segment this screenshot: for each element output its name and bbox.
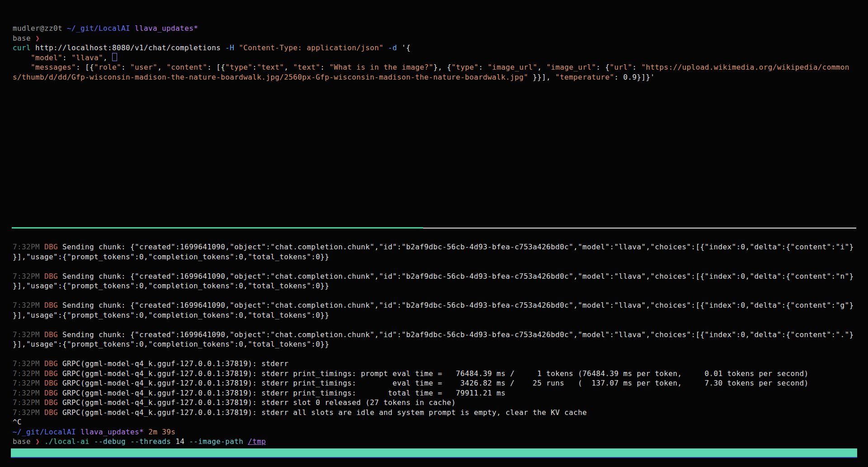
text-segment: : [62,53,71,62]
terminal-line: curl http://localhost:8080/v1/chat/compl… [13,43,866,53]
text-segment: "role" [94,63,121,71]
text-segment: ❯ [35,34,40,43]
text-segment: ^C [13,418,22,426]
terminal-line: 7:32PM DBG GRPC(ggml-model-q4_k.gguf-127… [13,378,866,388]
text-segment: Sending chunk: {"created":1699641090,"ob… [62,301,854,310]
text-segment [383,43,388,52]
text-segment: "temperature" [555,73,614,81]
text-segment: 7:32PM [13,330,44,339]
text-segment: , [103,53,112,62]
terminal-line: ^C [13,417,866,427]
text-segment: : [252,63,257,71]
terminal-line: "model": "llava", [13,53,866,63]
pane-divider-inactive-segment [423,228,856,229]
text-segment: "content" [166,63,207,71]
terminal-line: }],"usage":{"prompt_tokens":0,"completio… [13,252,866,262]
terminal-line: 7:32PM DBG GRPC(ggml-model-q4_k.gguf-127… [13,398,866,408]
text-segment [184,437,189,446]
terminal-line: 7:32PM DBG Sending chunk: {"created":169… [13,242,866,252]
text-segment: : [{ [76,63,94,71]
terminal-line [13,291,866,301]
text-segment: GRPC(ggml-model-q4_k.gguf-127.0.0.1:3781… [62,359,288,368]
text-segment: : { [596,63,610,71]
terminal-screen: mudler@zz0t ~/_git/LocalAI llava_updates… [0,0,868,467]
text-segment [90,437,94,446]
text-segment: GRPC(ggml-model-q4_k.gguf-127.0.0.1:3781… [62,408,587,417]
text-segment: : [632,63,642,71]
text-segment: DBG [44,330,62,339]
text-segment: ❯ [35,437,40,446]
text-segment: --threads [130,437,171,446]
text-segment: ~/_git/LocalAI [67,24,130,33]
text-segment: -d [388,43,397,52]
pane-divider-active-segment [12,227,423,229]
text-segment: , [538,63,547,71]
text-segment: "type" [451,63,478,71]
terminal-line: }],"usage":{"prompt_tokens":0,"completio… [13,310,866,320]
text-segment: DBG [44,301,62,310]
text-segment: curl [13,43,31,52]
text-segment: --debug [94,437,126,446]
text-segment: DBG [44,379,62,387]
text-segment: DBG [44,359,62,368]
terminal-line: ~/_git/LocalAI llava_updates* 2m 39s [13,427,866,437]
text-segment: "What is in the image?" [329,63,433,71]
text-segment: Sending chunk: {"created":1699641090,"ob… [62,272,854,281]
text-segment [243,437,248,446]
text-segment [126,437,130,446]
text-segment: "image_url" [547,63,596,71]
text-segment: GRPC(ggml-model-q4_k.gguf-127.0.0.1:3781… [62,398,456,407]
text-segment: "llava" [71,53,103,62]
text-segment: "messages" [31,63,76,71]
text-segment: : 0.9}]}' [614,73,655,81]
terminal-line: s/thumb/d/dd/Gfp-wisconsin-madison-the-n… [13,72,866,82]
terminal-line: 7:32PM DBG Sending chunk: {"created":169… [13,330,866,340]
text-segment: }],"usage":{"prompt_tokens":0,"completio… [13,253,329,261]
text-segment [144,428,148,436]
text-segment: , [284,63,293,71]
terminal-line: base ❯ [13,33,866,43]
text-segment: /tmp [248,437,266,446]
text-segment: '{ [397,43,410,52]
text-segment: "text" [257,63,284,71]
text-segment: DBG [44,369,62,378]
text-segment: "url" [610,63,632,71]
text-segment: }, { [433,63,451,71]
text-segment: "image_url" [487,63,537,71]
terminal-line: 7:32PM DBG GRPC(ggml-model-q4_k.gguf-127… [13,408,866,418]
tmux-window-list[interactable]: [0] <0:zsh 21:zsh 22:zsh 23:zsh 24:zsh 2… [29,457,857,458]
text-segment [13,53,31,62]
terminal-line: base ❯ ./local-ai --debug --threads 14 -… [13,437,866,447]
text-segment: Sending chunk: {"created":1699641090,"ob… [62,330,854,339]
text-segment: ~/_git/LocalAI [13,428,76,436]
text-segment [40,437,44,446]
text-segment: 14 [175,437,184,446]
text-segment: 2m 39s [148,428,175,436]
terminal-line: }],"usage":{"prompt_tokens":0,"completio… [13,339,866,349]
text-segment: 7:32PM [13,301,44,310]
terminal-line [13,349,866,359]
text-segment: 7:32PM [13,389,44,397]
text-segment: DBG [44,389,62,397]
terminal-pane-bottom[interactable]: 7:32PM DBG Sending chunk: {"created":169… [0,229,868,447]
text-segment: }}], [528,73,555,81]
text-segment: 7:32PM [13,408,44,417]
text-segment [76,428,80,436]
text-segment: "text" [293,63,320,71]
text-segment: "https://upload.wikimedia.org/wikipedia/… [642,63,849,71]
text-segment: base [13,34,35,43]
text-segment: : [478,63,487,71]
text-segment: DBG [44,272,62,281]
terminal-line [13,320,866,330]
text-segment: GRPC(ggml-model-q4_k.gguf-127.0.0.1:3781… [62,379,808,387]
terminal-pane-top[interactable]: mudler@zz0t ~/_git/LocalAI llava_updates… [0,0,868,227]
terminal-line: 7:32PM DBG Sending chunk: {"created":169… [13,300,866,310]
terminal-line: mudler@zz0t ~/_git/LocalAI llava_updates… [13,24,866,33]
text-segment: , [157,63,166,71]
text-segment: 7:32PM [13,359,44,368]
text-segment [13,63,31,71]
text-segment: GRPC(ggml-model-q4_k.gguf-127.0.0.1:3781… [62,369,808,378]
tmux-status-bar[interactable]: [0] <0:zsh 21:zsh 22:zsh 23:zsh 24:zsh 2… [11,448,857,458]
text-segment: mudler@zz0t [13,24,67,33]
terminal-line: 7:32PM DBG Sending chunk: {"created":169… [13,272,866,281]
